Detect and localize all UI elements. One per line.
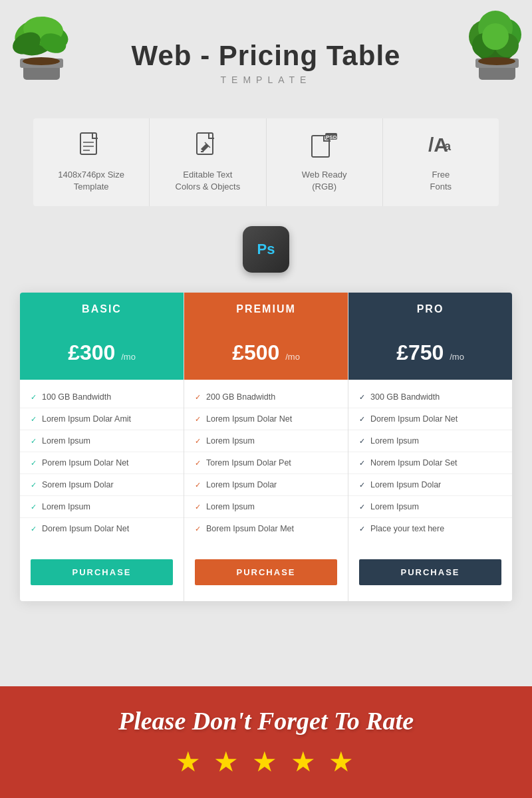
pricing-col-premium: PREMIUM £500 /mo ✓200 GB Bnadwidth ✓Lore… (184, 293, 348, 601)
pro-header: PRO (348, 293, 512, 326)
svg-text:PSD: PSD (326, 134, 337, 140)
list-item: ✓Norem Ipsum Dolar Set (348, 452, 512, 474)
pricing-table: BASIC £300 /mo ✓100 GB Bandwidth ✓Lorem … (20, 293, 512, 601)
list-item: ✓300 GB Bandwidth (348, 386, 512, 408)
basic-price-row: £300 /mo (20, 326, 184, 380)
check-icon: ✓ (31, 415, 37, 424)
check-icon: ✓ (359, 393, 365, 402)
premium-price-row: £500 /mo (184, 326, 348, 380)
check-icon: ✓ (31, 393, 37, 402)
list-item: ✓Lorem Ipsum (348, 496, 512, 518)
list-item: ✓Porem Ipsum Dolar Net (20, 452, 184, 474)
psd-icon: PSD (273, 132, 376, 164)
check-icon: ✓ (195, 393, 201, 402)
check-icon: ✓ (195, 437, 201, 446)
pro-purchase-button[interactable]: PURCHASE (359, 559, 501, 585)
feature-fonts-text: FreeFonts (390, 169, 492, 193)
ps-badge-container: Ps (0, 226, 532, 273)
premium-features: ✓200 GB Bnadwidth ✓Lorem Ipsum Dolar Net… (184, 380, 348, 546)
feature-fonts: /A a FreeFonts (383, 118, 499, 206)
list-item: ✓Lorem Ipsum Dolar Net (184, 408, 348, 430)
fonts-icon: /A a (390, 132, 492, 164)
rate-section: Please Don't Forget To Rate ★ ★ ★ ★ ★ (0, 686, 532, 798)
pro-price-row: £750 /mo (348, 326, 512, 380)
pro-btn-row: PURCHASE (348, 546, 512, 601)
plant-left (0, 0, 80, 86)
document-icon (40, 132, 142, 164)
basic-features: ✓100 GB Bandwidth ✓Lorem Ipsum Dolar Ami… (20, 380, 184, 546)
list-item: ✓Dorem Ipsum Dolar Net (20, 518, 184, 539)
stars-display: ★ ★ ★ ★ ★ (13, 745, 519, 778)
feature-psd: PSD Web Ready(RGB) (267, 118, 383, 206)
ps-badge: Ps (243, 226, 289, 273)
check-icon: ✓ (195, 459, 201, 467)
feature-editable: Editable TextColors & Objects (150, 118, 266, 206)
pro-features: ✓300 GB Bandwidth ✓Dorem Ipsum Dolar Net… (348, 380, 512, 546)
star-3: ★ (252, 746, 280, 777)
star-4: ★ (291, 746, 319, 777)
list-item: ✓Lorem Ipsum (184, 430, 348, 452)
premium-btn-row: PURCHASE (184, 546, 348, 601)
list-item: ✓200 GB Bnadwidth (184, 386, 348, 408)
feature-size: 1408x746px SizeTemplate (33, 118, 150, 206)
list-item: ✓Lorem Ipsum Dolar (348, 474, 512, 496)
svg-point-18 (478, 57, 515, 65)
check-icon: ✓ (359, 525, 365, 533)
check-icon: ✓ (195, 503, 201, 511)
pricing-col-basic: BASIC £300 /mo ✓100 GB Bandwidth ✓Lorem … (20, 293, 184, 601)
check-icon: ✓ (31, 481, 37, 489)
premium-purchase-button[interactable]: PURCHASE (195, 559, 337, 585)
star-5: ★ (329, 746, 356, 777)
check-icon: ✓ (359, 437, 365, 446)
svg-point-17 (482, 23, 509, 50)
list-item: ✓100 GB Bandwidth (20, 386, 184, 408)
svg-text:a: a (444, 140, 452, 153)
plant-right (452, 0, 532, 86)
check-icon: ✓ (359, 481, 365, 489)
svg-point-8 (23, 57, 60, 65)
list-item: ✓Lorem Ipsum Dolar (184, 474, 348, 496)
features-bar: 1408x746px SizeTemplate Editable TextCol… (33, 118, 499, 206)
pricing-col-pro: PRO £750 /mo ✓300 GB Bandwidth ✓Dorem Ip… (348, 293, 512, 601)
pro-price: £750 /mo (396, 340, 464, 364)
list-item: ✓Torem Ipsum Dolar Pet (184, 452, 348, 474)
premium-header: PREMIUM (184, 293, 348, 326)
check-icon: ✓ (359, 503, 365, 511)
check-icon: ✓ (195, 415, 201, 424)
edit-icon (156, 132, 259, 164)
star-2: ★ (213, 746, 241, 777)
check-icon: ✓ (359, 459, 365, 467)
check-icon: ✓ (31, 503, 37, 511)
basic-btn-row: PURCHASE (20, 546, 184, 601)
basic-price: £300 /mo (68, 340, 136, 364)
list-item: ✓Lorem Ipsum Dolar Amit (20, 408, 184, 430)
basic-purchase-button[interactable]: PURCHASE (31, 559, 173, 585)
pricing-table-container: BASIC £300 /mo ✓100 GB Bandwidth ✓Lorem … (20, 293, 512, 601)
ps-label: Ps (257, 241, 275, 258)
check-icon: ✓ (195, 525, 201, 533)
list-item: ✓Lorem Ipsum (20, 496, 184, 518)
feature-psd-text: Web Ready(RGB) (273, 169, 376, 193)
star-1: ★ (176, 746, 203, 777)
list-item: ✓Place your text here (348, 518, 512, 539)
list-item: ✓Dorem Ipsum Dolar Net (348, 408, 512, 430)
check-icon: ✓ (31, 525, 37, 533)
list-item: ✓Sorem Ipsum Dolar (20, 474, 184, 496)
feature-size-text: 1408x746px SizeTemplate (40, 169, 142, 193)
list-item: ✓Lorem Ipsum (20, 430, 184, 452)
list-item: ✓Borem Ipsum Dolar Met (184, 518, 348, 539)
premium-price: £500 /mo (232, 340, 300, 364)
list-item: ✓Lorem Ipsum (348, 430, 512, 452)
svg-rect-19 (80, 133, 96, 154)
check-icon: ✓ (31, 459, 37, 467)
basic-header: BASIC (20, 293, 184, 326)
check-icon: ✓ (359, 415, 365, 424)
check-icon: ✓ (31, 437, 37, 446)
feature-editable-text: Editable TextColors & Objects (156, 169, 259, 193)
list-item: ✓Lorem Ipsum (184, 496, 348, 518)
rate-text: Please Don't Forget To Rate (13, 706, 519, 735)
svg-rect-23 (197, 133, 213, 154)
check-icon: ✓ (195, 481, 201, 489)
